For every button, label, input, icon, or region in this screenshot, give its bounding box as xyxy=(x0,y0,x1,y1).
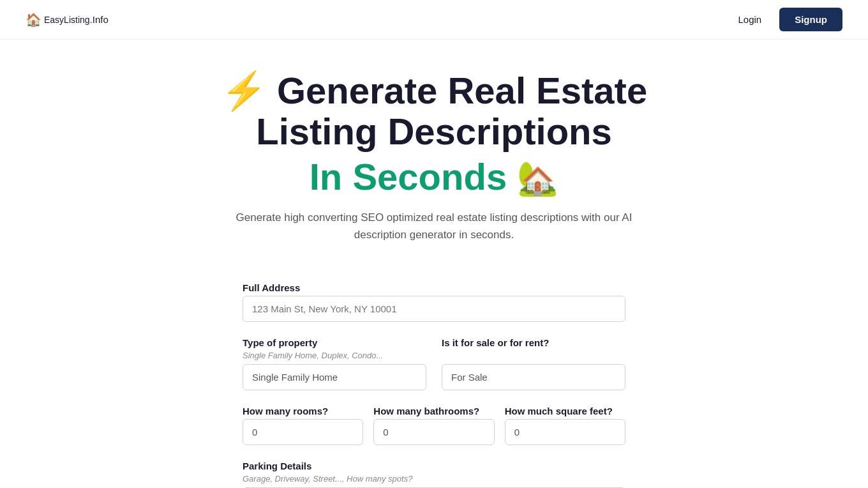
sqft-label: How much square feet? xyxy=(505,406,625,416)
header: 🏠 EasyListing.Info Login Signup xyxy=(0,0,868,40)
sale-rent-label: Is it for sale or for rent? xyxy=(442,337,625,348)
hero-house-emoji: 🏡 xyxy=(517,160,558,197)
address-group: Full Address xyxy=(243,282,625,322)
parking-label: Parking Details xyxy=(243,461,625,471)
hero-title: ⚡ Generate Real Estate Listing Descripti… xyxy=(13,70,855,152)
hero-line2: Listing Descriptions xyxy=(256,111,612,152)
logo-brand: EasyListing xyxy=(44,15,90,25)
address-input[interactable] xyxy=(243,296,625,322)
rooms-label: How many rooms? xyxy=(243,406,363,416)
property-type-hint: Single Family Home, Duplex, Condo... xyxy=(243,351,426,360)
hero-section: ⚡ Generate Real Estate Listing Descripti… xyxy=(0,40,868,264)
hero-line3-text: In Seconds xyxy=(310,156,507,197)
hero-lightning-emoji: ⚡ xyxy=(221,70,267,111)
property-type-label: Type of property xyxy=(243,337,426,348)
login-button[interactable]: Login xyxy=(730,9,769,30)
hero-line1: Generate Real Estate xyxy=(277,70,647,111)
logo: 🏠 EasyListing.Info xyxy=(26,12,108,27)
sqft-group: How much square feet? xyxy=(505,406,625,445)
property-sale-row: Type of property Single Family Home, Dup… xyxy=(243,337,625,390)
listing-form: Full Address Type of property Single Fam… xyxy=(230,282,638,488)
logo-suffix: .Info xyxy=(90,14,108,25)
sale-rent-hint-spacer xyxy=(442,351,625,360)
sale-rent-input[interactable] xyxy=(442,364,625,390)
logo-text: EasyListing.Info xyxy=(44,13,108,26)
hero-description: Generate high converting SEO optimized r… xyxy=(217,209,651,243)
sqft-input[interactable] xyxy=(505,419,625,445)
logo-icon: 🏠 xyxy=(26,12,41,27)
signup-button[interactable]: Signup xyxy=(779,8,842,31)
hero-subtitle: In Seconds 🏡 xyxy=(13,155,855,199)
sale-rent-group: Is it for sale or for rent? xyxy=(442,337,625,390)
address-label: Full Address xyxy=(243,282,625,293)
nav-buttons: Login Signup xyxy=(730,8,842,31)
bathrooms-label: How many bathrooms? xyxy=(373,406,494,416)
property-type-group: Type of property Single Family Home, Dup… xyxy=(243,337,426,390)
bathrooms-input[interactable] xyxy=(373,419,494,445)
rooms-input[interactable] xyxy=(243,419,363,445)
bathrooms-group: How many bathrooms? xyxy=(373,406,494,445)
property-type-input[interactable] xyxy=(243,364,426,390)
rooms-group: How many rooms? xyxy=(243,406,363,445)
parking-hint: Garage, Driveway, Street..., How many sp… xyxy=(243,474,625,484)
parking-group: Parking Details Garage, Driveway, Street… xyxy=(243,461,625,488)
metrics-row: How many rooms? How many bathrooms? How … xyxy=(243,406,625,445)
